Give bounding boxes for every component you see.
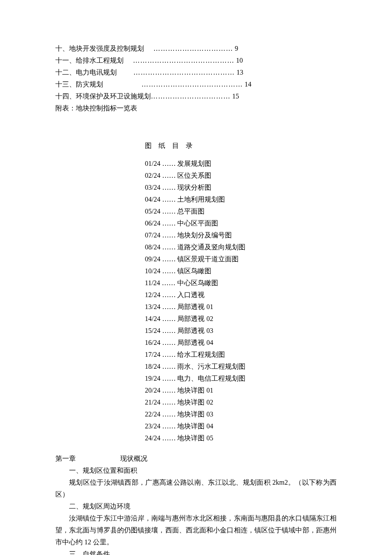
figure-name: 总平面图: [177, 208, 205, 215]
figure-sep: ……: [160, 387, 177, 394]
figure-name: 镇区景观干道立面图: [177, 255, 239, 263]
figure-name: 地块详图 01: [177, 387, 213, 394]
toc-row: 十四、环境保护及环卫设施规划……………………………15: [55, 90, 337, 102]
figure-sep: ……: [160, 291, 177, 298]
figure-row: 03/24 …… 现状分析图: [145, 182, 337, 194]
toc-label: 十三、防灾规划: [55, 78, 103, 90]
figure-sep: ……: [160, 231, 177, 239]
figure-row: 01/24 …… 发展规划图: [145, 158, 337, 170]
paragraph: 规划区位于汝湖镇西部，广惠高速公路以南、东江以北、规划面积 2km2。（以下称为…: [55, 477, 337, 500]
figure-num: 10/24: [145, 267, 160, 275]
figure-name: 局部透视 01: [177, 303, 213, 310]
figure-sep: ……: [160, 208, 177, 215]
figure-list: 01/24 …… 发展规划图02/24 …… 区位关系图03/24 …… 现状分…: [145, 158, 337, 444]
section-heading-1: 一、规划区位置和面积: [55, 465, 337, 477]
figure-sep: ……: [160, 399, 177, 406]
figure-sep: ……: [160, 422, 177, 430]
toc-dots: ……………………………………: [103, 81, 243, 88]
toc-row: 十三、防灾规划 ……………………………………14: [55, 78, 337, 90]
toc-page: 14: [245, 81, 251, 88]
toc-upper: 十、地块开发强度及控制规划 ……………………………9 十一、给排水工程规划 ………: [55, 43, 337, 114]
toc-label: 十四、环境保护及环卫设施规划: [55, 90, 151, 102]
figure-sep: ……: [160, 315, 177, 322]
figure-row: 17/24 …… 给水工程规划图: [145, 349, 337, 361]
figure-num: 08/24: [145, 243, 160, 251]
figure-sep: ……: [160, 267, 177, 275]
figure-sep: ……: [160, 339, 177, 346]
figure-row: 07/24 …… 地块划分及编号图: [145, 229, 337, 241]
figure-name: 局部透视 03: [177, 327, 213, 334]
figure-name: 地块详图 04: [177, 422, 213, 430]
figure-num: 09/24: [145, 255, 160, 263]
paragraph: 汝湖镇位于东江中游沿岸，南端与惠州市水北区相接，东南面与惠阳县的水口镇隔东江相望…: [55, 512, 337, 548]
figure-row: 16/24 …… 局部透视 04: [145, 337, 337, 349]
figure-num: 17/24: [145, 351, 160, 358]
figure-name: 地块详图 05: [177, 434, 213, 442]
figure-name: 给水工程规划图: [177, 351, 225, 358]
figure-name: 雨水、污水工程规划图: [177, 363, 245, 370]
figure-row: 22/24 …… 地块详图 03: [145, 408, 337, 420]
chapter-title: 现状概况: [120, 453, 147, 465]
figure-num: 02/24: [145, 172, 160, 179]
figure-row: 14/24 …… 局部透视 02: [145, 313, 337, 325]
figure-name: 入口透视: [177, 291, 205, 298]
figure-sep: ……: [160, 303, 177, 310]
figure-num: 24/24: [145, 434, 160, 442]
figure-row: 09/24 …… 镇区景观干道立面图: [145, 253, 337, 265]
figure-num: 05/24: [145, 208, 160, 215]
figure-num: 21/24: [145, 399, 160, 406]
section-heading-3: 三、自然条件: [55, 548, 337, 555]
figure-sep: ……: [160, 172, 177, 179]
figure-sep: ……: [160, 410, 177, 418]
toc-page: 13: [236, 69, 243, 76]
figure-sep: ……: [160, 375, 177, 382]
figure-sep: ……: [160, 160, 177, 167]
figure-row: 11/24 …… 中心区鸟瞰图: [145, 277, 337, 289]
figure-name: 地块详图 03: [177, 410, 213, 418]
figure-row: 23/24 …… 地块详图 04: [145, 420, 337, 432]
toc-dots: ……………………………………: [124, 57, 234, 64]
toc-label: 十二、电力电讯规划: [55, 66, 117, 78]
chapter-label: 第一章: [55, 455, 76, 462]
figure-sep: ……: [160, 184, 177, 191]
toc-row: 十一、给排水工程规划 ……………………………………10: [55, 55, 337, 66]
figure-row: 02/24 …… 区位关系图: [145, 170, 337, 182]
figure-num: 01/24: [145, 160, 160, 167]
figure-row: 21/24 …… 地块详图 02: [145, 396, 337, 408]
figure-row: 12/24 …… 入口透视: [145, 289, 337, 301]
figure-sep: ……: [160, 434, 177, 442]
figure-name: 区位关系图: [177, 172, 211, 179]
toc-label: 十一、给排水工程规划: [55, 55, 124, 66]
figure-sep: ……: [160, 351, 177, 358]
figure-sep: ……: [160, 196, 177, 203]
figure-num: 07/24: [145, 231, 160, 239]
figure-list-title: 图 纸 目 录: [145, 140, 337, 152]
figure-row: 08/24 …… 道路交通及竖向规划图: [145, 241, 337, 253]
figure-num: 23/24: [145, 422, 160, 430]
figure-sep: ……: [160, 220, 177, 227]
toc-label: 附表：地块控制指标一览表: [55, 102, 137, 114]
figure-row: 24/24 …… 地块详图 05: [145, 432, 337, 444]
figure-name: 道路交通及竖向规划图: [177, 243, 245, 251]
figure-num: 18/24: [145, 363, 160, 370]
figure-row: 05/24 …… 总平面图: [145, 205, 337, 217]
figure-num: 04/24: [145, 196, 160, 203]
section-heading-2: 二、规划区周边环境: [55, 500, 337, 512]
figure-row: 18/24 …… 雨水、污水工程规划图: [145, 361, 337, 373]
toc-page: 15: [232, 92, 239, 100]
toc-dots: ……………………………: [151, 92, 231, 100]
figure-name: 镇区鸟瞰图: [177, 267, 211, 275]
figure-row: 06/24 …… 中心区平面图: [145, 217, 337, 229]
figure-name: 中心区平面图: [177, 220, 218, 227]
figure-row: 20/24 …… 地块详图 01: [145, 384, 337, 396]
figure-row: 15/24 …… 局部透视 03: [145, 325, 337, 337]
toc-dots: ……………………………: [144, 45, 233, 52]
figure-sep: ……: [160, 363, 177, 370]
figure-name: 局部透视 04: [177, 339, 213, 346]
figure-num: 03/24: [145, 184, 160, 191]
figure-num: 22/24: [145, 410, 160, 418]
chapter-heading: 第一章 现状概况: [55, 453, 337, 465]
figure-sep: ……: [160, 255, 177, 263]
figure-name: 发展规划图: [177, 160, 211, 167]
figure-num: 20/24: [145, 387, 160, 394]
